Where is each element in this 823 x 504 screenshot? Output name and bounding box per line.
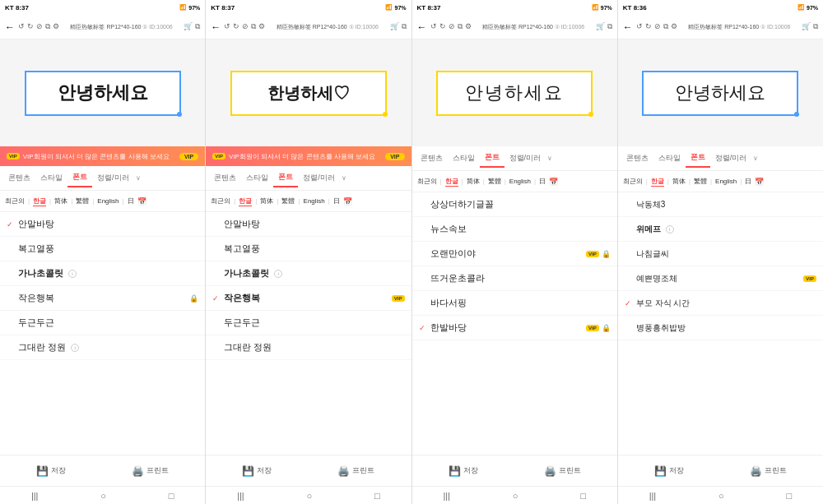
forward-icon[interactable]: ↻ [439,22,446,31]
back-icon[interactable]: ← [5,21,15,33]
back-square-icon[interactable]: □ [169,491,174,501]
tab-정렬/미러[interactable]: 정렬/미러 [504,150,546,167]
lang-繁體[interactable]: 繁體 [281,197,295,206]
lang-최근의[interactable]: 최근의 [5,197,25,206]
save-icon[interactable]: ⊘ [449,22,455,31]
tab-폰트[interactable]: 폰트 [480,149,504,168]
calendar-icon[interactable]: 📅 [549,178,558,186]
lang-최근의[interactable]: 최근의 [417,177,437,186]
home-icon[interactable]: ○ [718,491,724,501]
info-icon[interactable]: i [71,344,79,352]
info-icon[interactable]: i [68,270,77,278]
tab-스타일[interactable]: 스타일 [241,169,273,187]
tab-폰트[interactable]: 폰트 [686,149,710,168]
settings-icon[interactable]: ⚙ [671,22,677,31]
tab-스타일[interactable]: 스타일 [448,150,480,167]
font-item[interactable]: 바다서핑 [412,291,617,316]
tab-콘텐츠[interactable]: 콘텐츠 [209,169,241,187]
preview-box[interactable]: 안녕하세요 [25,71,181,116]
lang-한글[interactable]: 한글 [445,177,458,187]
calendar-icon[interactable]: 📅 [343,197,352,206]
lang-English[interactable]: English [97,197,119,205]
preview-box[interactable]: 안녕하세요 [642,71,798,116]
tab-dropdown-arrow[interactable]: ∨ [136,174,141,182]
font-item[interactable]: 그대란 정원 [206,335,411,360]
tab-폰트[interactable]: 폰트 [67,169,92,187]
font-item[interactable]: 병풍흥취밥방 [618,316,823,340]
resize-handle[interactable] [588,112,593,117]
preview-box[interactable]: 안녕하세요 [436,71,593,116]
calendar-icon[interactable]: 📅 [137,197,146,206]
vip-badge[interactable]: VIP [179,153,198,160]
font-item[interactable]: 그대란 정원i [0,335,205,360]
cart-icon[interactable]: 🛒 [596,22,605,31]
font-item[interactable]: ✓한발바당VIP🔒 [412,316,617,340]
lang-최근의[interactable]: 최근의 [623,177,643,186]
tab-정렬/미러[interactable]: 정렬/미러 [298,169,340,187]
lang-최근의[interactable]: 최근의 [211,197,230,206]
share-icon[interactable]: ⧉ [195,22,200,31]
back-icon[interactable]: ← [623,21,633,33]
cart-icon[interactable]: 🛒 [184,22,193,31]
font-item[interactable]: 위메프i [618,217,823,242]
back-square-icon[interactable]: □ [374,491,380,501]
lang-繁體[interactable]: 繁體 [488,177,501,186]
lang-繁體[interactable]: 繁體 [694,177,707,186]
refresh-icon[interactable]: ↺ [18,22,25,31]
copy-icon[interactable]: ⧉ [45,22,50,31]
share-icon[interactable]: ⧉ [813,22,818,31]
save-icon[interactable]: ⊘ [654,22,661,31]
refresh-icon[interactable]: ↺ [636,22,643,31]
forward-icon[interactable]: ↻ [233,22,239,31]
lang-简体[interactable]: 简体 [467,177,480,186]
font-item[interactable]: 작은행복🔒 [0,286,205,311]
info-icon[interactable]: i [666,225,674,234]
tab-dropdown-arrow[interactable]: ∨ [547,155,552,162]
lang-日[interactable]: 日 [333,197,340,206]
tab-dropdown-arrow[interactable]: ∨ [753,155,758,162]
vip-banner[interactable]: VIP VIP회원이 되셔서 더 많은 콘텐츠를 사용해 보세요 VIP [0,146,205,166]
tab-정렬/미러[interactable]: 정렬/미러 [710,150,752,167]
font-item[interactable]: ✓안말바탕 [0,212,205,237]
settings-icon[interactable]: ⚙ [53,22,59,31]
share-icon[interactable]: ⧉ [607,22,612,31]
font-item[interactable]: 두근두근 [0,311,205,335]
lang-English[interactable]: English [304,197,325,205]
lang-English[interactable]: English [715,178,737,185]
menu-icon[interactable]: ||| [31,491,39,501]
lang-한글[interactable]: 한글 [651,177,664,187]
tab-콘텐츠[interactable]: 콘텐츠 [3,169,35,187]
home-icon[interactable]: ○ [307,491,313,501]
vip-banner[interactable]: VIP VIP회원이 되셔서 더 많은 콘텐츠를 사용해 보세요 VIP [206,146,411,166]
menu-icon[interactable]: ||| [237,491,244,501]
font-item[interactable]: 복고열풍 [206,237,411,261]
lang-English[interactable]: English [509,178,531,185]
copy-icon[interactable]: ⧉ [663,22,668,31]
프린트-button[interactable]: 🖨️ 프린트 [132,465,169,477]
font-item[interactable]: 안말바탕 [206,212,411,237]
menu-icon[interactable]: ||| [443,491,450,501]
save-icon[interactable]: ⊘ [36,22,43,31]
font-item[interactable]: ✓부모 자식 시간 [618,291,823,316]
lang-日[interactable]: 日 [745,177,751,186]
저장-button[interactable]: 💾 저장 [242,465,272,477]
back-square-icon[interactable]: □ [580,491,586,501]
resize-handle[interactable] [383,112,388,117]
font-item[interactable]: 복고열풍 [0,237,205,261]
저장-button[interactable]: 💾 저장 [654,465,684,477]
font-item[interactable]: 가나초콜릿i [206,261,411,286]
copy-icon[interactable]: ⧉ [251,22,256,31]
font-item[interactable]: 두근두근 [206,311,411,335]
lang-简体[interactable]: 简体 [672,177,686,186]
menu-icon[interactable]: ||| [649,491,657,501]
forward-icon[interactable]: ↻ [27,22,34,31]
resize-handle[interactable] [794,112,799,117]
tab-콘텐츠[interactable]: 콘텐츠 [416,150,448,167]
settings-icon[interactable]: ⚙ [258,22,265,31]
share-icon[interactable]: ⧉ [402,22,407,31]
save-icon[interactable]: ⊘ [242,22,249,31]
프린트-button[interactable]: 🖨️ 프린트 [544,465,581,477]
tab-콘텐츠[interactable]: 콘텐츠 [621,150,653,167]
cart-icon[interactable]: 🛒 [802,22,811,31]
lang-한글[interactable]: 한글 [33,197,46,206]
